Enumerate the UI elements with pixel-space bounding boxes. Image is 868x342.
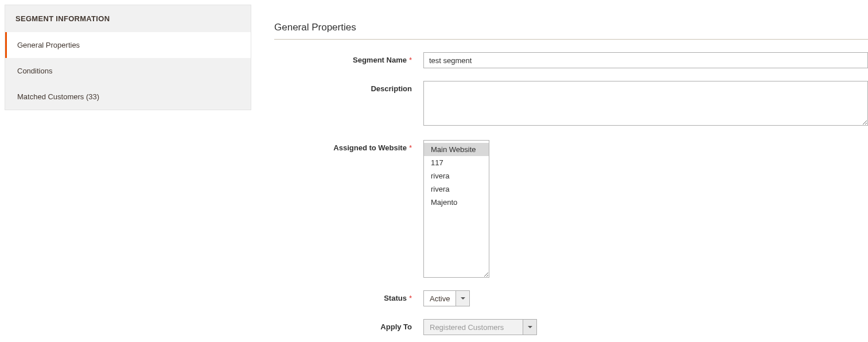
- chevron-down-icon: [461, 297, 465, 300]
- row-segment-name: Segment Name*: [274, 52, 868, 68]
- row-apply-to: Apply To Registered Customers: [274, 319, 868, 335]
- website-option-rivera-2[interactable]: rivera: [424, 182, 489, 196]
- label-status: Status*: [274, 290, 423, 302]
- row-status: Status* Active: [274, 290, 868, 306]
- website-option-main-website[interactable]: Main Website: [424, 143, 489, 156]
- apply-to-select-value: Registered Customers: [424, 320, 523, 335]
- required-asterisk: *: [409, 143, 412, 152]
- apply-to-select: Registered Customers: [423, 319, 537, 335]
- segment-name-input[interactable]: [423, 52, 868, 68]
- status-select-value: Active: [424, 291, 456, 306]
- label-description-text: Description: [371, 84, 412, 93]
- label-segment-name: Segment Name*: [274, 52, 423, 64]
- website-option-majento[interactable]: Majento: [424, 196, 489, 209]
- section-title: General Properties: [274, 22, 868, 40]
- row-assigned-to-website: Assigned to Website* Main Website 117 ri…: [274, 140, 868, 278]
- label-apply-to-text: Apply To: [380, 322, 412, 331]
- label-assigned-to-website: Assigned to Website*: [274, 140, 423, 152]
- sidebar-item-matched-customers[interactable]: Matched Customers (33): [5, 84, 251, 110]
- main-panel: General Properties Segment Name* Descrip…: [251, 5, 868, 335]
- required-asterisk: *: [409, 56, 412, 64]
- sidebar-item-conditions[interactable]: Conditions: [5, 58, 251, 84]
- status-select[interactable]: Active: [423, 290, 470, 306]
- description-textarea[interactable]: [423, 81, 868, 126]
- chevron-down-icon: [528, 326, 532, 328]
- website-option-rivera-1[interactable]: rivera: [424, 169, 489, 182]
- label-assigned-to-website-text: Assigned to Website: [333, 143, 407, 152]
- required-asterisk: *: [409, 294, 412, 302]
- sidebar-item-general-properties[interactable]: General Properties: [5, 32, 251, 58]
- website-option-117[interactable]: 117: [424, 156, 489, 169]
- label-apply-to: Apply To: [274, 319, 423, 331]
- sidebar-header: SEGMENT INFORMATION: [5, 5, 251, 32]
- row-description: Description: [274, 81, 868, 127]
- apply-to-select-button: [523, 320, 536, 335]
- label-status-text: Status: [384, 294, 407, 302]
- label-segment-name-text: Segment Name: [353, 56, 407, 64]
- label-description: Description: [274, 81, 423, 93]
- status-select-button[interactable]: [456, 291, 469, 306]
- assigned-to-website-multiselect[interactable]: Main Website 117 rivera rivera Majento: [423, 140, 489, 278]
- sidebar: SEGMENT INFORMATION General Properties C…: [5, 5, 251, 110]
